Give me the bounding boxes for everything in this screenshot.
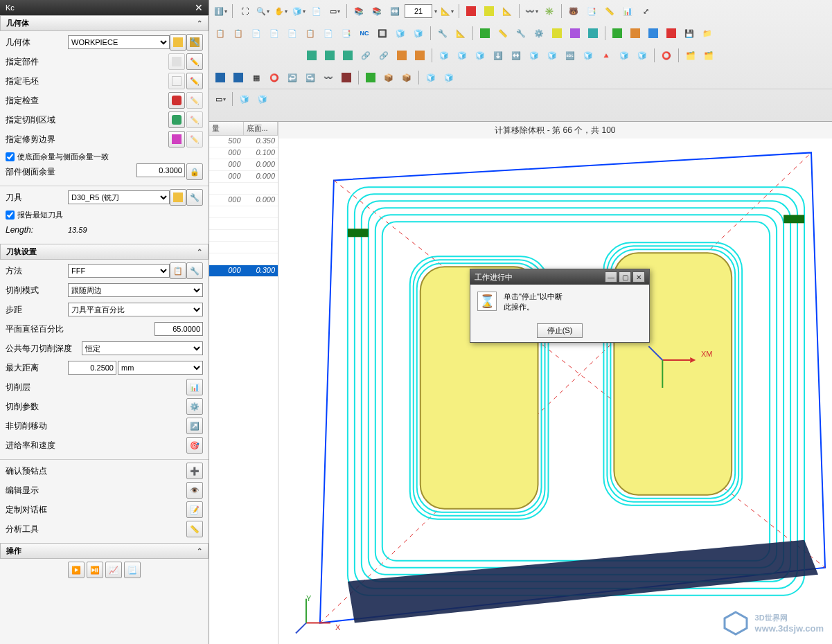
op2-icon[interactable]: 📋 [230,25,247,42]
op14-icon[interactable]: 📐 [452,25,469,42]
maxdist-unit-select[interactable]: mm [118,361,203,375]
op6-icon[interactable]: 📋 [302,25,319,42]
op7-icon[interactable]: 📄 [320,25,337,42]
b1-icon[interactable] [212,69,229,86]
b13-icon[interactable]: 🧊 [441,69,457,86]
curve-icon[interactable]: 〰️▾ [523,3,540,19]
axis-icon[interactable]: ✳️ [541,3,558,19]
table-row[interactable]: 0000.100 [209,147,278,159]
verify-button[interactable]: 📈 [105,562,122,578]
table-row[interactable]: 0000.000 [209,195,278,206]
op1-icon[interactable]: 📋 [212,25,229,42]
green-icon[interactable] [477,25,493,42]
m15-icon[interactable]: 🔤 [562,47,578,64]
zoom-icon[interactable]: 🔍▾ [254,3,271,19]
table-row[interactable] [209,230,278,242]
report-short-checkbox[interactable] [6,211,15,220]
path-section-header[interactable]: 刀轨设置 ⌃ [0,244,209,260]
table-row[interactable] [209,183,278,195]
tool-select[interactable]: D30_R5 (铣刀 [68,190,170,204]
blank-select-button[interactable]: ✏️ [186,73,203,89]
op10-icon[interactable]: 🔲 [374,25,391,42]
expand-icon[interactable]: ⤢ [637,3,654,19]
op11-icon[interactable]: 🧊 [392,25,409,42]
m17-icon[interactable]: 🔺 [598,47,614,64]
analysis-button[interactable]: 📏 [186,521,203,537]
pct-input[interactable] [154,322,203,336]
b11-icon[interactable]: 📦 [398,69,415,86]
part-geom-icon[interactable] [168,53,185,70]
list-button[interactable]: 📃 [124,562,141,578]
feeds-button[interactable]: 🎯 [186,437,203,454]
m22-icon[interactable]: 🗂️ [700,47,717,64]
dialog-close-button[interactable]: ✕ [632,271,645,283]
pan-icon[interactable]: ✋▾ [272,3,289,19]
m4-icon[interactable]: 🔗 [357,47,374,64]
m11-icon[interactable]: ⬇️ [490,47,506,64]
m20-icon[interactable]: ⭕ [658,47,675,64]
b4-icon[interactable]: ⭕ [266,69,283,86]
check-select-button[interactable]: ✏️ [186,92,203,109]
m2-icon[interactable] [321,47,338,64]
cutmode-select[interactable]: 跟随周边 [68,283,203,297]
method-select[interactable]: FFF [68,264,170,278]
measure-value-input[interactable] [405,4,432,18]
purple-icon[interactable] [567,25,583,42]
predrill-button[interactable]: ➕ [186,463,203,479]
cutparams-button[interactable]: ⚙️ [186,398,203,415]
graphics-viewport[interactable]: 计算移除体积 - 第 66 个，共 100 [278,122,832,644]
op3-icon[interactable]: 📄 [248,25,265,42]
op13-icon[interactable]: 🔧 [434,25,451,42]
draft-icon[interactable]: 📐 [499,3,515,19]
m6-icon[interactable] [393,47,410,64]
table-row[interactable] [209,206,278,218]
ruler-icon[interactable]: 📏 [601,3,618,19]
check-geom-icon[interactable] [168,92,185,109]
m10-icon[interactable]: 🧊 [472,47,488,64]
table-row[interactable] [209,218,278,230]
editdisp-button[interactable]: 👁️ [186,482,203,499]
table-row[interactable] [209,253,278,265]
fit-icon[interactable]: ⛶ [236,3,253,19]
op4-icon[interactable]: 📄 [266,25,283,42]
stock-same-checkbox[interactable] [6,152,15,161]
table-row[interactable]: 0000.000 [209,159,278,171]
wrench-icon[interactable]: 🔧 [513,25,529,42]
m21-icon[interactable]: 🗂️ [682,47,699,64]
ruler2-icon[interactable]: 📏 [495,25,511,42]
save-icon[interactable]: 💾 [681,25,698,42]
cutarea-select-button[interactable]: ✏️ [186,111,203,128]
operation-section-header[interactable]: 操作 ⌃ [0,543,209,559]
side-stock-lock-icon[interactable]: 🔒 [186,163,203,180]
tool-edit-button[interactable]: 🔧 [186,189,203,206]
method-new-button[interactable]: 📋 [170,262,186,279]
table-row[interactable]: 0000.300 [209,265,278,277]
maxdist-input[interactable] [68,361,116,375]
geometry-section-header[interactable]: 几何体 ⌃ [0,15,209,31]
b2-icon[interactable] [230,69,247,86]
folder-icon[interactable]: 📁 [699,25,716,42]
gear-icon[interactable]: ⚙️ [531,25,547,42]
m8-icon[interactable]: 🧊 [436,47,452,64]
geometry-new-button[interactable] [170,34,186,51]
blank-geom-icon[interactable] [168,73,185,89]
table-row[interactable]: 0000.000 [209,171,278,183]
dialog-titlebar[interactable]: 工作进行中 — ▢ ✕ [470,269,649,285]
part-select-button[interactable]: ✏️ [186,53,203,70]
b12-icon[interactable]: 🧊 [423,69,439,86]
m19-icon[interactable]: 🧊 [634,47,650,64]
box-icon[interactable]: ▭▾ [326,3,343,19]
m12-icon[interactable]: ↔️ [508,47,524,64]
m1-icon[interactable] [303,47,320,64]
op12-icon[interactable]: 🧊 [410,25,427,42]
yellow-tool-icon[interactable] [481,3,497,19]
measure-icon[interactable]: ↔️ [387,3,403,19]
panel-close-icon[interactable]: ✕ [195,2,203,13]
cutarea-geom-icon[interactable] [168,111,185,128]
noncut-button[interactable]: ↗️ [186,418,203,434]
method-edit-button[interactable]: 🔧 [186,262,203,279]
op5-icon[interactable]: 📄 [284,25,301,42]
m16-icon[interactable]: 🧊 [580,47,596,64]
m9-icon[interactable]: 🧊 [454,47,470,64]
step-select[interactable]: 刀具平直百分比 [68,303,203,316]
